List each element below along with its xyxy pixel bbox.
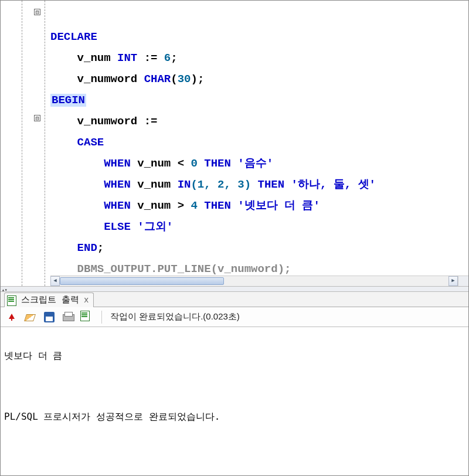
fold-toggle-icon[interactable]: ⊟ [34, 9, 40, 15]
close-icon[interactable]: x [84, 295, 89, 305]
string-literal: '하나, 둘, 셋' [291, 178, 376, 191]
keyword-case: CASE [50, 136, 104, 149]
horizontal-scrollbar[interactable]: ◀ ▶ [50, 276, 458, 286]
scroll-thumb[interactable] [60, 277, 224, 285]
semicolon: ; [97, 242, 104, 254]
output-panel[interactable]: 넷보다 더 큼 PL/SQL 프로시저가 성공적으로 완료되었습니다. [1, 327, 468, 430]
code-content[interactable]: DECLARE v_num INT := 6; v_numword CHAR(3… [50, 5, 468, 286]
save-icon[interactable] [43, 311, 56, 324]
keyword-int: INT [117, 52, 137, 64]
print-icon[interactable] [62, 311, 74, 324]
toolbar-divider [101, 311, 102, 324]
expr: v_num < [131, 157, 191, 170]
output-line: 넷보다 더 큼 [4, 350, 62, 361]
keyword-char: CHAR [144, 73, 171, 86]
keyword-when: WHEN [50, 199, 131, 212]
scroll-left-icon[interactable]: ◀ [50, 276, 60, 286]
sql-icon[interactable] [80, 311, 93, 324]
expr: v_num > [131, 199, 191, 212]
literal-number: (1, 2, 3) [191, 178, 251, 191]
identifier: v_numword [50, 73, 144, 86]
semicolon: ; [171, 52, 177, 64]
literal-number: 0 [191, 157, 197, 170]
keyword-then: THEN [251, 178, 291, 191]
editor-gutter: ⊟ ⊟ [1, 1, 36, 286]
status-text: 작업이 완료되었습니다.(0.023초) [110, 311, 240, 322]
scroll-corner [458, 276, 468, 286]
op-assign: := [137, 52, 164, 64]
identifier: v_num [50, 52, 117, 64]
semicolon: ; [198, 73, 204, 86]
identifier: v_numword := [50, 115, 157, 128]
literal-number: 4 [191, 199, 197, 212]
keyword-declare: DECLARE [50, 30, 97, 43]
keyword-begin: BEGIN [50, 94, 86, 107]
tab-label: 스크립트 출력 [21, 294, 79, 305]
string-literal: '넷보다 더 큼' [237, 199, 320, 212]
keyword-then: THEN [198, 199, 237, 212]
dbms-output-call: DBMS_OUTPUT.PUT_LINE(v_numword); [50, 263, 291, 276]
string-literal: '음수' [237, 157, 273, 170]
eraser-icon[interactable] [24, 311, 37, 324]
scroll-right-icon[interactable]: ▶ [448, 276, 458, 286]
keyword-in: IN [178, 178, 191, 191]
pin-icon[interactable] [5, 311, 18, 324]
code-editor[interactable]: ⊟ ⊟ DECLARE v_num INT := 6; v_numword CH… [1, 1, 468, 286]
splitter-grip-icon: ▴▾ [2, 287, 8, 293]
splitter-bar[interactable]: ▴▾ [1, 286, 468, 292]
keyword-end: END [50, 242, 97, 254]
string-literal: '그외' [137, 220, 173, 233]
literal-number: 30 [178, 73, 191, 86]
literal-number: 6 [164, 52, 171, 64]
tab-script-output[interactable]: 스크립트 출력 x [4, 293, 94, 307]
keyword-then: THEN [198, 157, 237, 170]
fold-toggle-icon[interactable]: ⊟ [34, 115, 40, 121]
paren: ) [191, 73, 197, 86]
keyword-when: WHEN [50, 178, 131, 191]
output-toolbar: 작업이 완료되었습니다.(0.023초) [1, 307, 468, 327]
paren: ( [171, 73, 177, 86]
keyword-when: WHEN [50, 157, 131, 170]
output-tabrow: 스크립트 출력 x [1, 292, 468, 307]
output-line: PL/SQL 프로시저가 성공적으로 완료되었습니다. [4, 411, 220, 422]
script-icon [7, 295, 16, 305]
expr: v_num [131, 178, 178, 191]
keyword-else: ELSE [50, 220, 137, 233]
